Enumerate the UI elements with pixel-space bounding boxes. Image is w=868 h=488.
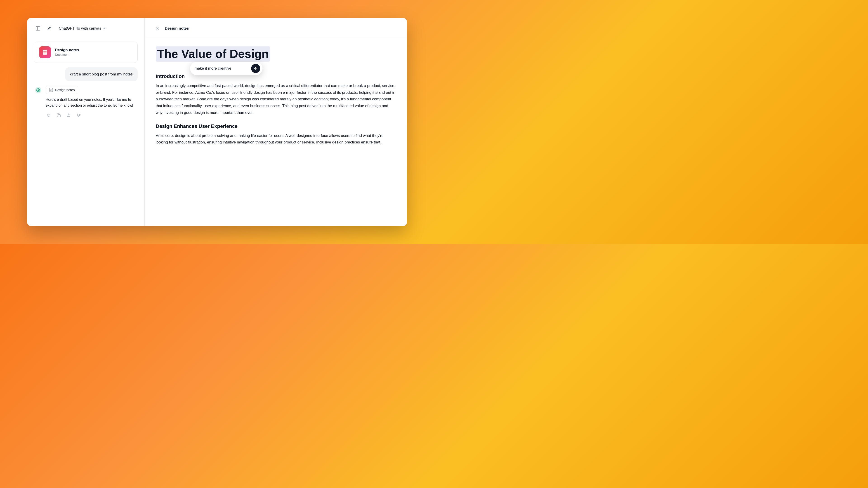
close-canvas-button[interactable] — [153, 24, 161, 33]
copy-button[interactable] — [56, 112, 62, 119]
sidebar-toggle-button[interactable] — [34, 24, 42, 33]
left-panel: ChatGPT 4o with canvas Design notes Docu… — [27, 18, 145, 226]
right-content: The Value of Design Introduction In an i… — [145, 37, 407, 226]
inline-edit-popup — [190, 62, 262, 75]
card-text: Design notes Document — [55, 48, 79, 57]
section2: Design Enhances User Experience At its c… — [156, 123, 396, 146]
left-content: Design notes Document draft a short blog… — [27, 37, 145, 226]
ai-response-text: Here's a draft based on your notes. If y… — [46, 97, 138, 109]
right-header: Design notes — [145, 18, 407, 37]
model-selector-button[interactable]: ChatGPT 4o with canvas — [57, 25, 108, 32]
action-row — [46, 111, 138, 119]
svg-rect-7 — [79, 114, 80, 116]
thumbs-down-button[interactable] — [75, 112, 82, 119]
inline-edit-input[interactable] — [195, 66, 249, 71]
ai-response: Design notes Here's a draft based on you… — [34, 86, 138, 119]
section2-text: At its core, design is about problem-sol… — [156, 132, 396, 146]
right-panel: Design notes The Value of Design Introdu… — [145, 18, 407, 226]
thumbs-up-button[interactable] — [66, 112, 72, 119]
speak-button[interactable] — [46, 112, 52, 119]
intro-section: Introduction In an increasingly competit… — [156, 73, 396, 116]
design-notes-card[interactable]: Design notes Document — [34, 41, 138, 63]
app-window: ChatGPT 4o with canvas Design notes Docu… — [27, 18, 407, 226]
model-name: ChatGPT 4o with canvas — [59, 26, 101, 31]
doc-title-wrap: The Value of Design — [156, 46, 270, 62]
card-title: Design notes — [55, 48, 79, 53]
svg-rect-0 — [36, 27, 40, 30]
section2-heading: Design Enhances User Experience — [156, 123, 396, 129]
canvas-title: Design notes — [165, 26, 189, 31]
ai-content: Design notes Here's a draft based on you… — [46, 86, 138, 119]
intro-text: In an increasingly competitive and fast-… — [156, 83, 396, 116]
user-message-text: draft a short blog post from my notes — [70, 72, 133, 76]
design-notes-ref-pill[interactable]: Design notes — [46, 86, 78, 94]
intro-heading: Introduction — [156, 73, 396, 79]
user-message-bubble: draft a short blog post from my notes — [65, 67, 138, 81]
doc-title: The Value of Design — [156, 46, 270, 62]
doc-icon-wrap — [39, 46, 51, 58]
ref-pill-label: Design notes — [55, 88, 75, 92]
svg-rect-6 — [67, 115, 68, 117]
card-subtitle: Document — [55, 53, 79, 57]
svg-rect-5 — [58, 115, 60, 117]
left-header: ChatGPT 4o with canvas — [27, 18, 145, 37]
ai-avatar — [34, 86, 42, 94]
new-chat-button[interactable] — [45, 24, 53, 33]
inline-send-button[interactable] — [251, 64, 260, 73]
